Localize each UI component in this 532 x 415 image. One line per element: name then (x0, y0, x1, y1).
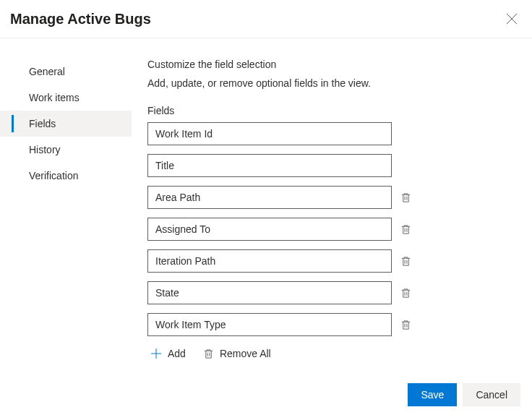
close-icon (506, 13, 518, 25)
trash-icon (400, 320, 411, 330)
field-row (147, 313, 522, 336)
sidebar-item-work-items[interactable]: Work items (0, 85, 132, 111)
dialog-title: Manage Active Bugs (10, 11, 151, 27)
field-row (147, 122, 522, 145)
trash-icon (400, 256, 411, 267)
close-button[interactable] (503, 10, 520, 27)
field-row (147, 281, 522, 304)
field-input[interactable] (147, 249, 392, 273)
sidebar-item-label: History (29, 144, 61, 155)
sidebar-item-history[interactable]: History (0, 137, 132, 163)
remove-all-label: Remove All (220, 348, 271, 359)
sidebar-item-label: General (29, 66, 65, 77)
cancel-button[interactable]: Cancel (463, 383, 520, 406)
delete-field-button[interactable] (400, 320, 411, 330)
plus-icon (150, 348, 162, 359)
field-input[interactable] (147, 218, 392, 241)
delete-field-button[interactable] (400, 288, 411, 299)
trash-icon (400, 288, 411, 299)
section-description: Add, update, or remove optional fields i… (147, 77, 522, 89)
remove-all-button[interactable]: Remove All (203, 348, 271, 359)
field-input[interactable] (147, 281, 392, 304)
field-input[interactable] (147, 154, 392, 177)
field-actions: Add Remove All (147, 345, 522, 362)
field-row (147, 218, 522, 241)
add-label: Add (168, 348, 186, 359)
field-input[interactable] (147, 122, 392, 145)
sidebar-item-label: Work items (29, 92, 80, 103)
dialog-footer: Save Cancel (408, 383, 520, 406)
sidebar-item-label: Fields (29, 118, 56, 129)
fields-label: Fields (147, 105, 522, 116)
add-field-button[interactable]: Add (150, 348, 186, 359)
delete-field-button[interactable] (400, 256, 411, 267)
field-input[interactable] (147, 186, 392, 209)
section-title: Customize the field selection (147, 59, 522, 70)
content-pane: Customize the field selection Add, updat… (132, 38, 532, 362)
sidebar: General Work items Fields History Verifi… (0, 38, 132, 362)
field-row (147, 249, 522, 273)
sidebar-item-verification[interactable]: Verification (0, 163, 132, 189)
sidebar-item-label: Verification (29, 170, 78, 181)
sidebar-item-fields[interactable]: Fields (0, 111, 132, 137)
sidebar-item-general[interactable]: General (0, 59, 132, 85)
delete-field-button[interactable] (400, 192, 411, 203)
dialog-body: General Work items Fields History Verifi… (0, 38, 532, 362)
save-button[interactable]: Save (408, 383, 457, 406)
field-row (147, 154, 522, 177)
delete-field-button[interactable] (400, 224, 411, 235)
trash-icon (400, 224, 411, 235)
dialog-header: Manage Active Bugs (0, 0, 532, 38)
field-row (147, 186, 522, 209)
trash-icon (400, 192, 411, 203)
trash-icon (203, 348, 214, 359)
field-input[interactable] (147, 313, 392, 336)
